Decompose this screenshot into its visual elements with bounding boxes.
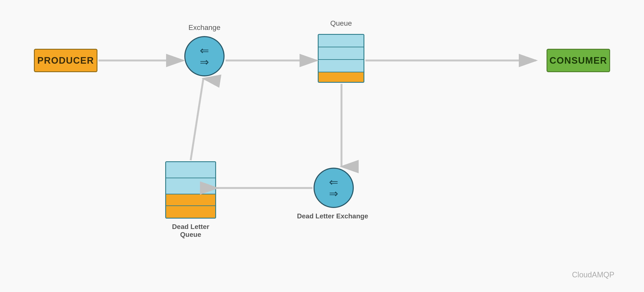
producer-label: PRODUCER: [37, 55, 94, 66]
queue-row-yellow: [318, 72, 364, 82]
dl-queue-label: Dead LetterQueue: [159, 223, 222, 238]
diagram-container: PRODUCER Exchange ⇐ ⇒ Queue CONSUMER ⇐ ⇒…: [0, 0, 644, 292]
queue-row-1: [318, 35, 364, 47]
queue-label: Queue: [320, 19, 362, 27]
dl-queue-row-yellow-2: [166, 206, 215, 218]
dl-queue-row-yellow-1: [166, 194, 215, 206]
dl-exchange-label: Dead Letter Exchange: [292, 212, 373, 220]
exchange-label: Exchange: [186, 23, 222, 32]
exchange-arrows-icon: ⇐ ⇒: [200, 45, 209, 67]
consumer-box: CONSUMER: [546, 49, 610, 72]
watermark: CloudAMQP: [572, 270, 614, 279]
queue-box: [318, 34, 364, 83]
dl-queue-row-1: [166, 162, 215, 178]
dl-queue-box: [165, 161, 216, 219]
dl-exchange-arrows-icon: ⇐ ⇒: [329, 177, 338, 199]
producer-box: PRODUCER: [34, 49, 98, 72]
dl-exchange-circle: ⇐ ⇒: [314, 168, 354, 208]
queue-row-2: [318, 47, 364, 60]
exchange-circle: ⇐ ⇒: [184, 36, 224, 76]
dl-queue-row-2: [166, 178, 215, 194]
consumer-label: CONSUMER: [550, 55, 607, 66]
queue-row-3: [318, 60, 364, 72]
arrow-dl-queue-to-exchange: [191, 79, 203, 160]
